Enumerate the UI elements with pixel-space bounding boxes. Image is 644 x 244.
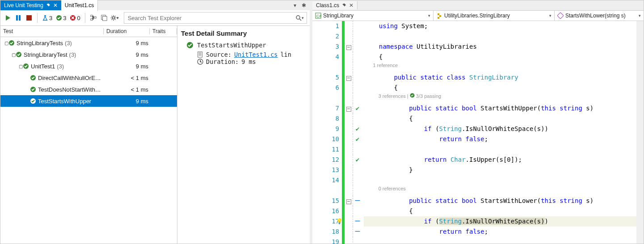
test-duration: 9 ms — [105, 51, 153, 58]
code-line[interactable]: 11 — [312, 144, 636, 155]
scrollbar[interactable] — [636, 21, 644, 244]
svg-point-11 — [296, 16, 300, 19]
test-name: StringLibraryTest — [24, 51, 67, 58]
test-explorer-toolbar: 3 3 0 ▾ ▾ — [0, 10, 310, 26]
svg-rect-2 — [26, 15, 32, 21]
test-duration: < 1 ms — [105, 75, 153, 81]
code-line[interactable]: 13 } — [312, 165, 636, 175]
svg-rect-9 — [102, 17, 107, 21]
search-input[interactable] — [127, 14, 295, 22]
code-line[interactable]: 9✔ if (String.IsNullOrWhiteSpace(s)) — [312, 124, 636, 134]
test-name: DirectCallWithNullOrE… — [38, 75, 101, 81]
svg-rect-26 — [557, 13, 564, 19]
pass-badge[interactable]: 3 — [55, 15, 67, 21]
code-line[interactable]: 4 { — [312, 52, 636, 62]
hierarchy-button[interactable] — [89, 13, 98, 22]
editor-navbar: C# StringLibrary▾ UtilityLibraries.Strin… — [312, 10, 644, 21]
pass-icon — [56, 15, 62, 21]
nav-method[interactable]: StartsWithLower(string s)▾ — [555, 11, 644, 21]
run-button[interactable] — [3, 13, 12, 22]
test-row[interactable]: TestDoesNotStartWith…< 1 ms — [0, 84, 177, 95]
test-row[interactable]: ▢StringLibraryTest(3)9 ms — [0, 49, 177, 60]
tab-label: Live Unit Testing — [4, 2, 43, 8]
source-label: Source: — [206, 51, 232, 58]
settings-button[interactable]: ▾ — [110, 13, 119, 22]
code-line[interactable]: 5− public static class StringLibrary — [312, 72, 636, 83]
fail-badge[interactable]: 0 — [69, 15, 81, 21]
test-row[interactable]: DirectCallWithNullOrE…< 1 ms — [0, 72, 177, 84]
search-box[interactable]: ▾ — [124, 12, 307, 24]
code-line[interactable]: 14 — [312, 175, 636, 185]
code-line[interactable]: 💡17— if (String.IsNullOrWhiteSpace(s)) — [312, 216, 636, 227]
editor-tabs: Class1.cs ✕ — [312, 0, 644, 10]
code-line[interactable]: 19 — [312, 237, 636, 244]
code-line[interactable]: 12✔ return Char.IsUpper(s[0]); — [312, 155, 636, 165]
flask-count: 3 — [49, 15, 52, 21]
csharp-icon: C# — [315, 13, 321, 19]
playlist-button[interactable] — [100, 13, 109, 22]
method-icon — [557, 13, 564, 19]
tab-live-unit-testing[interactable]: Live Unit Testing ✕ — [0, 0, 61, 10]
dropdown-icon[interactable]: ▾ — [292, 2, 298, 8]
pass-icon — [186, 42, 194, 49]
source-link[interactable]: UnitTest1.cs — [234, 51, 278, 58]
test-row[interactable]: TestStartsWithUpper9 ms — [0, 95, 177, 107]
test-duration: 9 ms — [105, 40, 153, 46]
nav-class[interactable]: UtilityLibraries.StringLibrary▾ — [434, 11, 555, 21]
svg-text:C#: C# — [316, 14, 321, 18]
pin-icon — [46, 3, 51, 8]
svg-rect-24 — [439, 15, 441, 17]
svg-rect-25 — [438, 17, 439, 19]
test-row[interactable]: ▢StringLibraryTests(3)9 ms — [0, 37, 177, 49]
code-line[interactable]: 8 { — [312, 114, 636, 124]
svg-rect-7 — [94, 17, 96, 18]
col-traits[interactable]: Traits — [149, 28, 177, 34]
pause-button[interactable] — [14, 13, 23, 22]
col-test[interactable]: Test — [0, 28, 103, 34]
code-line[interactable]: 16 { — [312, 206, 636, 216]
tab-class1[interactable]: Class1.cs ✕ — [312, 1, 358, 9]
code-line[interactable]: 18— return false; — [312, 227, 636, 237]
code-line[interactable]: 2 — [312, 31, 636, 42]
tab-unittest1[interactable]: UnitTest1.cs — [61, 0, 98, 11]
code-line[interactable]: 10✔ return false; — [312, 134, 636, 144]
test-count: (3) — [65, 40, 72, 46]
col-duration[interactable]: Duration — [103, 28, 149, 34]
test-name: TestDoesNotStartWith… — [38, 86, 101, 93]
flask-icon — [42, 15, 48, 21]
test-duration: < 1 ms — [105, 86, 153, 93]
test-row[interactable]: ▢UnitTest1(3)9 ms — [0, 60, 177, 72]
fail-icon — [70, 15, 76, 21]
code-line[interactable]: 6 { — [312, 83, 636, 93]
test-name: UnitTest1 — [31, 63, 55, 70]
nav-class-label: UtilityLibraries.StringLibrary — [444, 13, 510, 19]
source-icon — [197, 51, 203, 58]
code-line[interactable]: 1 using System; — [312, 21, 636, 31]
detail-test-name: TestStartsWithUpper — [197, 42, 266, 49]
stop-button[interactable] — [25, 13, 34, 22]
code-line[interactable]: 7−✔ public static bool StartsWithUpper(t… — [312, 103, 636, 114]
flask-badge[interactable]: 3 — [41, 15, 53, 21]
nav-project-label: StringLibrary — [323, 13, 354, 19]
test-duration: 9 ms — [105, 63, 153, 70]
svg-rect-23 — [438, 13, 439, 15]
code-line[interactable]: 3− namespace UtilityLibraries — [312, 42, 636, 52]
test-duration: 9 ms — [105, 98, 153, 105]
chevron-icon — [25, 87, 30, 92]
test-detail-summary: Test Detail Summary TestStartsWithUpper … — [177, 26, 310, 244]
gear-icon[interactable]: ✱ — [301, 2, 307, 8]
duration-value: 9 ms — [241, 58, 256, 65]
chevron-icon: ▢ — [18, 64, 23, 69]
nav-project[interactable]: C# StringLibrary▾ — [312, 11, 434, 21]
code-editor[interactable]: 1 using System;23− namespace UtilityLibr… — [312, 21, 644, 244]
svg-point-10 — [113, 17, 115, 19]
chevron-icon — [25, 76, 30, 80]
svg-rect-0 — [16, 15, 18, 21]
svg-rect-1 — [19, 15, 21, 21]
code-line[interactable]: 15−— public static bool StartsWithLower(… — [312, 196, 636, 206]
close-icon[interactable]: ✕ — [349, 2, 354, 8]
close-icon[interactable]: ✕ — [53, 2, 58, 8]
svg-rect-5 — [91, 15, 93, 17]
detail-title: Test Detail Summary — [181, 29, 306, 37]
test-name: TestStartsWithUpper — [38, 98, 91, 105]
